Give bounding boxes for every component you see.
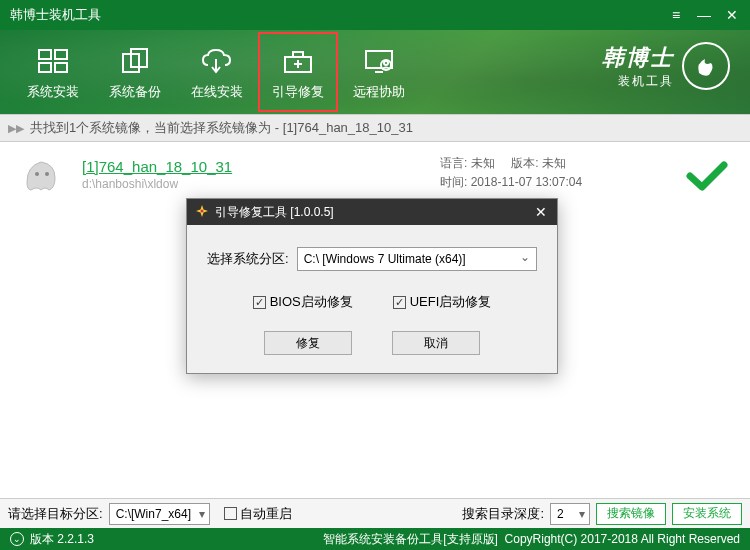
app-title: 韩博士装机工具 [10, 6, 101, 24]
svg-rect-2 [39, 63, 51, 72]
install-system-button[interactable]: 安装系统 [672, 503, 742, 525]
tool-label: 远程协助 [353, 83, 405, 101]
main-area: [1]764_han_18_10_31 d:\hanboshi\xldow 语言… [0, 142, 750, 498]
bottom-bar: 请选择目标分区: C:\[Win7_x64] 自动重启 搜索目录深度: 2 搜索… [0, 498, 750, 528]
svg-rect-1 [55, 50, 67, 59]
tool-system-backup[interactable]: 系统备份 [94, 35, 176, 109]
svg-rect-3 [55, 63, 67, 72]
minimize-button[interactable]: — [690, 3, 718, 27]
version-text: 版本 2.2.1.3 [30, 531, 94, 548]
target-partition-label: 请选择目标分区: [8, 505, 103, 523]
repair-button[interactable]: 修复 [264, 331, 352, 355]
cloud-download-icon [200, 43, 234, 79]
tool-label: 在线安装 [191, 83, 243, 101]
tool-label: 系统备份 [109, 83, 161, 101]
copyright-text: CopyRight(C) 2017-2018 All Right Reserve… [505, 532, 740, 546]
selected-check-icon [686, 160, 728, 196]
status-bar: ⌄ 版本 2.2.1.3 智能系统安装备份工具[支持原版] CopyRight(… [0, 528, 750, 550]
tool-remote-assist[interactable]: 远程协助 [338, 35, 420, 109]
svg-rect-0 [39, 50, 51, 59]
dialog-close-button[interactable]: ✕ [531, 204, 551, 220]
breadcrumb: ▶▶ 共找到1个系统镜像，当前选择系统镜像为 - [1]764_han_18_1… [0, 114, 750, 142]
tool-online-install[interactable]: 在线安装 [176, 35, 258, 109]
checkbox-unchecked-icon [224, 507, 237, 520]
windows-icon [37, 43, 69, 79]
tool-label: 引导修复 [272, 83, 324, 101]
brand-logo-icon [682, 42, 730, 90]
brand: 韩博士 装机工具 [602, 42, 730, 90]
target-partition-select[interactable]: C:\[Win7_x64] [109, 503, 210, 525]
menu-button[interactable]: ≡ [662, 3, 690, 27]
partition-label: 选择系统分区: [207, 250, 289, 268]
tool-label: 系统安装 [27, 83, 79, 101]
search-depth-label: 搜索目录深度: [462, 505, 544, 523]
search-depth-select[interactable]: 2 [550, 503, 590, 525]
checkbox-checked-icon: ✓ [253, 296, 266, 309]
toolbar: 系统安装 系统备份 在线安装 引导修复 远程协助 韩博士 装机工具 [0, 30, 750, 114]
copy-icon [120, 43, 150, 79]
titlebar: 韩博士装机工具 ≡ — ✕ [0, 0, 750, 30]
toolbox-icon [282, 43, 314, 79]
download-icon: ⌄ [10, 532, 24, 546]
brand-subtitle: 装机工具 [602, 73, 674, 90]
ghost-icon [18, 152, 70, 196]
image-item[interactable]: [1]764_han_18_10_31 d:\hanboshi\xldow [0, 142, 750, 206]
boot-repair-dialog: 引导修复工具 [1.0.0.5] ✕ 选择系统分区: C:\ [Windows … [186, 198, 558, 374]
uefi-repair-checkbox[interactable]: ✓ UEFI启动修复 [393, 293, 492, 311]
image-title[interactable]: [1]764_han_18_10_31 [82, 158, 232, 175]
dialog-titlebar: 引导修复工具 [1.0.0.5] ✕ [187, 199, 557, 225]
status-desc: 智能系统安装备份工具[支持原版] [323, 531, 498, 548]
remote-icon [363, 43, 395, 79]
tool-boot-repair[interactable]: 引导修复 [258, 32, 338, 112]
brand-title: 韩博士 [602, 43, 674, 73]
cancel-button[interactable]: 取消 [392, 331, 480, 355]
breadcrumb-text: 共找到1个系统镜像，当前选择系统镜像为 - [1]764_han_18_10_3… [30, 119, 413, 137]
tool-system-install[interactable]: 系统安装 [12, 35, 94, 109]
search-image-button[interactable]: 搜索镜像 [596, 503, 666, 525]
svg-point-12 [201, 209, 204, 212]
bios-repair-checkbox[interactable]: ✓ BIOS启动修复 [253, 293, 353, 311]
svg-point-10 [35, 172, 39, 176]
chevron-icon: ▶▶ [8, 122, 24, 135]
dialog-title: 引导修复工具 [1.0.0.5] [215, 204, 334, 221]
partition-select[interactable]: C:\ [Windows 7 Ultimate (x64)] [297, 247, 537, 271]
checkbox-checked-icon: ✓ [393, 296, 406, 309]
flower-icon [195, 204, 209, 221]
close-button[interactable]: ✕ [718, 3, 746, 27]
image-path: d:\hanboshi\xldow [82, 177, 232, 191]
svg-point-11 [45, 172, 49, 176]
auto-restart-checkbox[interactable]: 自动重启 [224, 505, 292, 523]
image-meta: 语言: 未知 版本: 未知 时间: 2018-11-07 13:07:04 [440, 154, 582, 192]
